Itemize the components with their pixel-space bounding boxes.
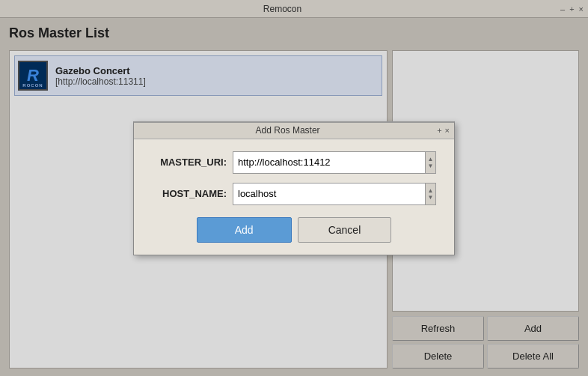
host-name-scrollbar[interactable]: ▲▼ bbox=[425, 184, 435, 204]
master-uri-input-wrapper[interactable]: ▲▼ bbox=[233, 151, 436, 174]
dialog-plus-button[interactable]: + bbox=[437, 126, 441, 135]
dialog-close-button[interactable]: × bbox=[445, 126, 450, 135]
dialog-controls[interactable]: + × bbox=[437, 126, 450, 135]
master-uri-row: MASTER_URI: ▲▼ bbox=[152, 151, 436, 174]
master-uri-input[interactable] bbox=[233, 154, 425, 171]
host-name-row: HOST_NAME: ▲▼ bbox=[152, 183, 436, 205]
dialog-add-button[interactable]: Add bbox=[197, 217, 292, 243]
dialog-title: Add Ros Master bbox=[138, 125, 437, 136]
dialog-actions: Add Cancel bbox=[134, 217, 454, 243]
add-ros-master-dialog: Add Ros Master + × MASTER_URI: ▲▼ HOST_N… bbox=[133, 121, 455, 255]
dialog-cancel-button[interactable]: Cancel bbox=[298, 217, 392, 243]
dialog-body: MASTER_URI: ▲▼ HOST_NAME: ▲▼ bbox=[134, 151, 454, 205]
host-name-input[interactable] bbox=[233, 185, 425, 202]
host-name-input-wrapper[interactable]: ▲▼ bbox=[233, 183, 436, 205]
modal-overlay: Add Ros Master + × MASTER_URI: ▲▼ HOST_N… bbox=[0, 0, 588, 376]
host-name-label: HOST_NAME: bbox=[152, 188, 227, 199]
master-uri-label: MASTER_URI: bbox=[152, 157, 227, 168]
dialog-title-bar: Add Ros Master + × bbox=[134, 123, 454, 139]
master-uri-scrollbar[interactable]: ▲▼ bbox=[425, 152, 435, 173]
